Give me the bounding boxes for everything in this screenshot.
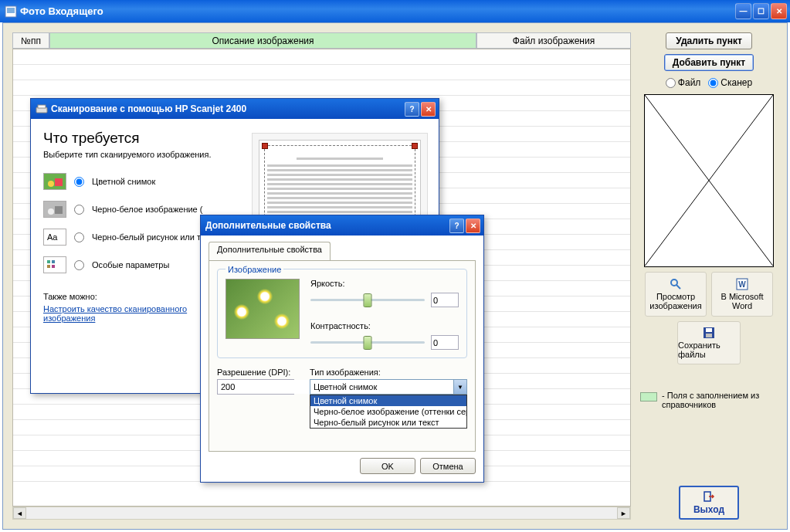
- minimize-button[interactable]: —: [735, 3, 751, 19]
- scan-close-button[interactable]: ✕: [421, 102, 436, 117]
- radio-file[interactable]: Файл: [666, 77, 701, 88]
- custom-thumb-icon: [43, 256, 66, 273]
- adjust-quality-link[interactable]: Настроить качество сканированного изобра…: [43, 304, 205, 323]
- image-type-dropdown: Цветной снимок Черно-белое изображение (…: [310, 395, 467, 429]
- props-tab[interactable]: Дополнительные свойства: [209, 242, 331, 260]
- svg-rect-9: [706, 328, 712, 332]
- maximize-button[interactable]: ☐: [753, 3, 769, 19]
- svg-rect-1: [7, 8, 15, 13]
- main-title: Фото Входящего: [20, 5, 735, 17]
- scanner-icon: [36, 103, 48, 115]
- radio-scanner[interactable]: Сканер: [708, 77, 752, 88]
- svg-text:Aa: Aa: [47, 232, 58, 242]
- dpi-label: Разрешение (DPI):: [217, 368, 294, 377]
- image-type-label: Тип изображения:: [310, 368, 467, 377]
- dpi-spinner[interactable]: ▲▼: [217, 379, 294, 395]
- brightness-value[interactable]: [431, 293, 459, 307]
- scan-dialog-title: Сканирование с помощью HP Scanjet 2400: [51, 103, 403, 114]
- contrast-slider[interactable]: [310, 341, 425, 344]
- image-type-combo[interactable]: Цветной снимок ▼ Цветной снимок Черно-бе…: [310, 379, 467, 395]
- save-files-button[interactable]: Сохранить файлы: [677, 321, 741, 364]
- right-panel: Удалить пункт Добавить пункт Файл Сканер…: [640, 32, 778, 520]
- grid-header: №пп Описание изображения Файл изображени…: [12, 32, 631, 49]
- image-group: Изображение Яркость:: [217, 269, 467, 358]
- legend-swatch: [640, 392, 657, 402]
- contrast-value[interactable]: [431, 335, 459, 350]
- word-icon: W: [736, 278, 748, 290]
- delete-item-button[interactable]: Удалить пункт: [666, 32, 752, 49]
- svg-rect-23: [47, 260, 50, 263]
- svg-rect-24: [52, 260, 55, 263]
- svg-rect-26: [52, 265, 55, 268]
- col-description[interactable]: Описание изображения: [49, 32, 476, 49]
- ok-button[interactable]: OK: [360, 458, 415, 474]
- svg-rect-16: [55, 178, 63, 186]
- props-title: Дополнительные свойства: [205, 220, 448, 231]
- bw-thumb-icon: Aa: [43, 229, 66, 246]
- exit-button[interactable]: Выход: [679, 486, 739, 520]
- main-titlebar: Фото Входящего — ☐ ✕: [0, 0, 790, 22]
- svg-text:W: W: [738, 280, 746, 289]
- svg-point-15: [48, 181, 54, 187]
- svg-rect-10: [706, 334, 712, 337]
- combo-dropdown-button[interactable]: ▼: [453, 380, 466, 394]
- svg-point-4: [671, 280, 677, 286]
- svg-point-18: [48, 208, 54, 215]
- scan-dialog-titlebar[interactable]: Сканирование с помощью HP Scanjet 2400 ?…: [31, 99, 439, 119]
- props-titlebar[interactable]: Дополнительные свойства ? ✕: [201, 215, 483, 236]
- svg-rect-25: [47, 265, 50, 268]
- dd-item-bw[interactable]: Черно-белый рисунок или текст: [310, 417, 466, 428]
- props-close-button[interactable]: ✕: [466, 219, 480, 233]
- legend: - Поля с заполнением из справочников: [640, 391, 778, 409]
- props-tab-content: Изображение Яркость:: [209, 260, 476, 452]
- scroll-right-button[interactable]: ►: [617, 507, 630, 519]
- svg-line-5: [676, 285, 680, 289]
- close-button[interactable]: ✕: [771, 3, 787, 19]
- floppy-icon: [703, 327, 715, 339]
- properties-dialog: Дополнительные свойства ? ✕ Дополнительн…: [200, 215, 484, 483]
- client-area: №пп Описание изображения Файл изображени…: [2, 22, 788, 530]
- image-preview: [644, 94, 774, 267]
- main-window: Фото Входящего — ☐ ✕ №пп Описание изобра…: [0, 0, 790, 532]
- add-item-button[interactable]: Добавить пункт: [664, 54, 754, 71]
- col-file[interactable]: Файл изображения: [476, 32, 631, 49]
- cancel-button[interactable]: Отмена: [420, 458, 476, 474]
- sample-image: [225, 279, 300, 339]
- contrast-label: Контрастность:: [310, 321, 459, 330]
- svg-rect-19: [55, 206, 63, 214]
- source-radio-group: Файл Сканер: [666, 77, 752, 88]
- scroll-left-button[interactable]: ◄: [13, 507, 26, 519]
- brightness-label: Яркость:: [310, 279, 459, 288]
- dd-item-gray[interactable]: Черно-белое изображение (оттенки сер: [310, 406, 466, 417]
- dd-item-color[interactable]: Цветной снимок: [310, 395, 466, 406]
- color-thumb-icon: [43, 173, 66, 190]
- props-help-button[interactable]: ?: [449, 219, 464, 233]
- col-npp[interactable]: №пп: [12, 32, 49, 49]
- image-group-title: Изображение: [225, 265, 283, 274]
- gray-thumb-icon: [43, 201, 66, 218]
- exit-icon: [703, 490, 715, 503]
- ms-word-button[interactable]: W В Microsoft Word: [711, 272, 773, 317]
- magnifier-icon: [670, 278, 682, 290]
- app-icon: [5, 5, 17, 18]
- view-image-button[interactable]: Просмотр изображения: [645, 272, 707, 317]
- svg-rect-13: [38, 105, 46, 108]
- horizontal-scrollbar[interactable]: ◄ ►: [12, 507, 631, 520]
- scan-help-button[interactable]: ?: [405, 102, 419, 117]
- brightness-slider[interactable]: [310, 299, 425, 301]
